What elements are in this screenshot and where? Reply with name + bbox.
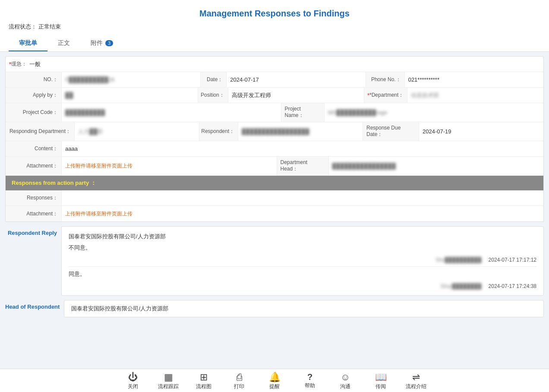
head-org: 国泰君安国际控股有限公司/人力资源部 <box>71 305 536 313</box>
toolbar-forward[interactable]: 📖 传阅 <box>370 373 391 390</box>
responding-dept-value: 人力██部 <box>75 122 199 141</box>
communicate-icon: ☺ <box>341 373 350 382</box>
head-of-respondent-section: Head of Respondent 国泰君安国际控股有限公司/人力资源部 <box>5 300 544 317</box>
reply2-footer: Shuy████████ 2024-07-17 17:24:38 <box>69 281 536 289</box>
content-label: Content： <box>6 141 62 156</box>
position-value: 高级开发工程师 <box>228 88 365 103</box>
remind-icon: 🔔 <box>269 373 281 382</box>
tab-zhengwen[interactable]: 正文 <box>47 36 80 51</box>
attachment-depthead-row: Attachment： 上传附件请移至附件页面上传 Department Hea… <box>6 157 543 176</box>
phone-value: 021********** <box>405 72 543 87</box>
response-due-value: 2024-07-19 <box>419 122 543 141</box>
response-due-label: Response Due Date： <box>363 122 419 141</box>
reply1-user: Shu██████████ <box>435 257 481 263</box>
reply-card: 国泰君安国际控股有限公司/人力资源部 不同意。 Shu██████████ 20… <box>61 226 544 296</box>
responses-section-header: Responses from action party ： <box>6 176 543 190</box>
responses-row: Responses： <box>6 190 543 206</box>
responses-attachment-label: Attachment： <box>6 206 62 221</box>
reply-org: 国泰君安国际控股有限公司/人力资源部 <box>69 233 536 240</box>
date-value: 2024-07-17 <box>227 72 366 87</box>
respondent-value: █████████████████ <box>238 122 363 141</box>
toolbar-help[interactable]: ? 帮助 <box>299 373 321 390</box>
apply-label: Apply by： <box>6 88 62 103</box>
tab-bar: 审批单 正文 附件 3 <box>9 36 540 51</box>
dept-head-label: Department Head： <box>277 157 329 175</box>
toolbar-print[interactable]: ⎙ 打印 <box>228 373 250 390</box>
print-icon: ⎙ <box>237 373 242 382</box>
reply2-user: Shuy████████ <box>440 283 481 289</box>
respondent-reply-section: Respondent Reply 国泰君安国际控股有限公司/人力资源部 不同意。… <box>5 226 544 296</box>
flow-chart-icon: ⊞ <box>200 373 208 382</box>
main-form-card: *缓急： 一般 NO.： F██████████26 Date： 2024-07… <box>5 56 544 222</box>
content-row: Content： aaaa <box>6 141 543 157</box>
reply1-footer: Shu██████████ 2024-07-17 17:17:12 <box>69 255 536 263</box>
respondent-reply-label: Respondent Reply <box>5 226 57 236</box>
reply2-text: 同意。 <box>69 270 536 278</box>
responses-label: Responses： <box>6 190 62 205</box>
toolbar-flow-intro[interactable]: ⇌ 流程介绍 <box>405 373 427 390</box>
flow-status: 流程状态： 正常结束 <box>9 21 540 34</box>
responding-dept-label: Responding Department： <box>6 122 75 141</box>
forward-icon: 📖 <box>375 373 387 382</box>
reply-divider <box>69 266 536 267</box>
phone-label: Phone No.： <box>366 72 405 87</box>
reply1-time: 2024-07-17 17:17:12 <box>489 257 536 263</box>
apply-value: ██ <box>62 88 198 103</box>
attachment-link[interactable]: 上传附件请移至附件页面上传 <box>62 157 277 175</box>
flow-intro-icon: ⇌ <box>412 373 420 382</box>
project-name-value: Wh██████████rage <box>325 103 544 122</box>
urgency-value: 一般 <box>29 60 41 68</box>
tab-shenpi[interactable]: 审批单 <box>9 36 47 51</box>
toolbar-flow-chart[interactable]: ⊞ 流程图 <box>193 373 215 390</box>
tab-fujian[interactable]: 附件 3 <box>80 36 123 51</box>
content-value: aaaa <box>62 141 543 156</box>
attachment-label: Attachment： <box>6 157 62 175</box>
help-icon: ? <box>307 373 312 381</box>
dept-head-value: ████████████████ <box>329 157 544 175</box>
apply-position-dept-row: Apply by： ██ Position： 高级开发工程师 **Departm… <box>6 88 543 103</box>
project-name-label: Project Name： <box>281 103 325 122</box>
reply2-time: 2024-07-17 17:24:38 <box>489 283 536 289</box>
project-code-value: ██████████ <box>62 103 281 122</box>
urgency-row: *缓急： 一般 <box>6 57 543 72</box>
department-value: 信息技术部 <box>407 88 543 103</box>
position-label: Position： <box>198 88 228 103</box>
close-icon: ⏻ <box>128 373 138 382</box>
flow-trace-icon: ▦ <box>164 373 173 382</box>
toolbar-flow-trace[interactable]: ▦ 流程跟踪 <box>158 373 179 390</box>
head-of-respondent-label: Head of Respondent <box>5 300 60 310</box>
bottom-toolbar: ⏻ 关闭 ▦ 流程跟踪 ⊞ 流程图 ⎙ 打印 🔔 提醒 ? 帮助 ☺ 沟通 📖 … <box>0 369 549 392</box>
toolbar-communicate[interactable]: ☺ 沟通 <box>334 373 356 390</box>
responses-attachment-link[interactable]: 上传附件请移至附件页面上传 <box>62 206 543 221</box>
toolbar-close[interactable]: ⏻ 关闭 <box>122 373 144 390</box>
page-title: Management Responses to Findings <box>9 4 540 21</box>
no-date-phone-row: NO.： F██████████26 Date： 2024-07-17 Phon… <box>6 72 543 88</box>
responding-row: Responding Department： 人力██部 Respondent：… <box>6 122 543 141</box>
project-code-label: Project Code： <box>6 103 62 122</box>
urgency-label: 缓急： <box>11 60 27 68</box>
department-label: **Department： <box>364 88 407 103</box>
date-label: Date： <box>201 72 227 87</box>
responses-value <box>62 190 543 205</box>
no-value: F██████████26 <box>62 72 201 87</box>
respondent-label: Respondent： <box>199 122 238 141</box>
reply1-text: 不同意。 <box>69 244 536 252</box>
project-row: Project Code： ██████████ Project Name： W… <box>6 103 543 122</box>
toolbar-remind[interactable]: 🔔 提醒 <box>264 373 285 390</box>
no-label: NO.： <box>6 72 62 87</box>
responses-attachment-row: Attachment： 上传附件请移至附件页面上传 <box>6 206 543 221</box>
head-card: 国泰君安国际控股有限公司/人力资源部 <box>64 300 544 317</box>
